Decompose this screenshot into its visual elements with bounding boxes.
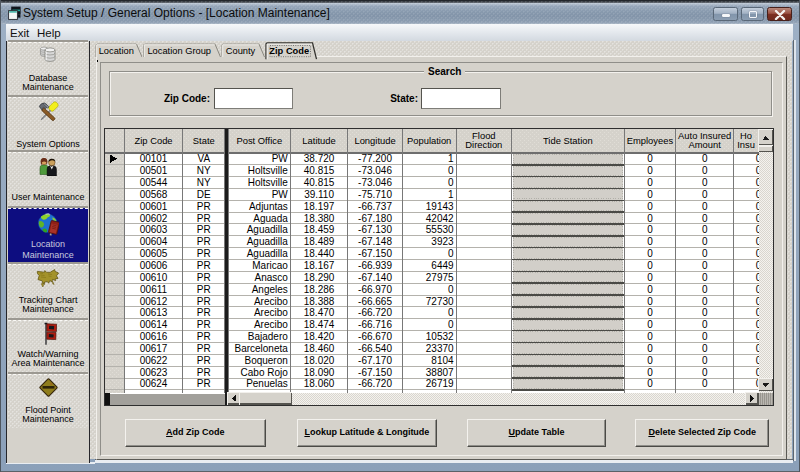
svg-text:0: 0	[702, 367, 708, 378]
svg-text:0: 0	[647, 355, 653, 366]
svg-text:-66.720: -66.720	[358, 307, 392, 318]
svg-text:0: 0	[647, 153, 653, 164]
svg-text:PR: PR	[197, 295, 211, 306]
svg-text:23370: 23370	[426, 343, 454, 354]
svg-text:00602: 00602	[139, 212, 167, 223]
svg-text:18.167: 18.167	[303, 260, 334, 271]
svg-text:0: 0	[647, 236, 653, 247]
svg-text:0: 0	[702, 355, 708, 366]
svg-text:18.290: 18.290	[303, 272, 334, 283]
svg-text:00612: 00612	[139, 295, 167, 306]
svg-text:-73.046: -73.046	[358, 165, 392, 176]
svg-text:0: 0	[647, 331, 653, 342]
svg-text:26719: 26719	[426, 378, 454, 389]
svg-text:Aguadilla: Aguadilla	[246, 248, 288, 259]
svg-text:18.020: 18.020	[303, 355, 334, 366]
svg-text:0: 0	[702, 319, 708, 330]
svg-text:Holtsville: Holtsville	[248, 165, 288, 176]
svg-text:-67.140: -67.140	[358, 272, 392, 283]
svg-text:18.388: 18.388	[303, 295, 334, 306]
svg-text:Population: Population	[407, 135, 451, 146]
svg-text:0: 0	[647, 367, 653, 378]
svg-text:PR: PR	[197, 201, 211, 212]
svg-text:00603: 00603	[139, 224, 167, 235]
svg-text:Amount: Amount	[688, 139, 721, 150]
svg-text:00601: 00601	[139, 201, 167, 212]
svg-text:PR: PR	[197, 319, 211, 330]
svg-text:0: 0	[647, 248, 653, 259]
svg-text:0: 0	[702, 165, 708, 176]
svg-text:00605: 00605	[139, 248, 167, 259]
svg-text:0: 0	[702, 378, 708, 389]
svg-text:0: 0	[647, 212, 653, 223]
svg-text:0: 0	[702, 343, 708, 354]
svg-text:6449: 6449	[431, 260, 454, 271]
svg-text:0: 0	[702, 331, 708, 342]
svg-text:-66.737: -66.737	[358, 201, 392, 212]
svg-text:PR: PR	[197, 378, 211, 389]
svg-text:Aguadilla: Aguadilla	[246, 236, 288, 247]
svg-text:-67.148: -67.148	[358, 236, 392, 247]
svg-text:PR: PR	[197, 355, 211, 366]
svg-text:00614: 00614	[139, 319, 167, 330]
svg-text:0: 0	[448, 307, 454, 318]
svg-text:-66.939: -66.939	[358, 260, 392, 271]
svg-text:-66.665: -66.665	[358, 295, 392, 306]
svg-text:0: 0	[647, 272, 653, 283]
svg-text:0: 0	[647, 284, 653, 295]
svg-text:18.474: 18.474	[303, 319, 334, 330]
svg-text:40.815: 40.815	[303, 165, 334, 176]
svg-text:-67.180: -67.180	[358, 212, 392, 223]
svg-text:Boqueron: Boqueron	[244, 355, 287, 366]
svg-text:42042: 42042	[426, 212, 454, 223]
svg-text:55530: 55530	[426, 224, 454, 235]
svg-text:Angeles: Angeles	[251, 284, 287, 295]
svg-text:Arecibo: Arecibo	[254, 295, 288, 306]
svg-text:PW: PW	[271, 189, 288, 200]
svg-text:0: 0	[702, 260, 708, 271]
svg-text:3923: 3923	[431, 236, 454, 247]
svg-text:0: 0	[702, 307, 708, 318]
svg-text:-66.670: -66.670	[358, 331, 392, 342]
svg-text:Insu: Insu	[737, 139, 755, 150]
svg-text:Arecibo: Arecibo	[254, 319, 288, 330]
svg-text:State: State	[193, 135, 215, 146]
svg-text:0: 0	[647, 343, 653, 354]
svg-text:0: 0	[647, 319, 653, 330]
svg-text:0: 0	[702, 236, 708, 247]
svg-text:18.470: 18.470	[303, 307, 334, 318]
svg-text:Bajadero: Bajadero	[248, 331, 288, 342]
svg-text:0: 0	[702, 248, 708, 259]
svg-text:18.380: 18.380	[303, 212, 334, 223]
svg-text:Zip Code: Zip Code	[269, 46, 309, 56]
svg-text:0: 0	[647, 224, 653, 235]
svg-text:0: 0	[448, 165, 454, 176]
svg-text:Latitude: Latitude	[302, 135, 335, 146]
svg-text:0: 0	[702, 177, 708, 188]
svg-text:Arecibo: Arecibo	[254, 307, 288, 318]
svg-text:-75.710: -75.710	[358, 189, 392, 200]
svg-text:18.060: 18.060	[303, 378, 334, 389]
svg-text:00611: 00611	[140, 284, 167, 295]
svg-text:0: 0	[647, 378, 653, 389]
svg-text:Employees: Employees	[626, 135, 673, 146]
svg-text:00606: 00606	[139, 260, 167, 271]
svg-text:Location: Location	[99, 45, 134, 55]
svg-text:-67.130: -67.130	[358, 224, 392, 235]
svg-text:-77.200: -77.200	[358, 153, 392, 164]
svg-text:PR: PR	[197, 272, 211, 283]
svg-text:0: 0	[647, 307, 653, 318]
svg-text:38.720: 38.720	[303, 153, 334, 164]
svg-text:00501: 00501	[139, 165, 167, 176]
svg-text:PR: PR	[197, 212, 211, 223]
svg-text:18.440: 18.440	[303, 248, 334, 259]
svg-text:40.815: 40.815	[303, 177, 334, 188]
svg-text:-66.720: -66.720	[358, 378, 392, 389]
svg-text:00604: 00604	[139, 236, 167, 247]
svg-text:0: 0	[448, 319, 454, 330]
svg-text:0: 0	[702, 153, 708, 164]
svg-text:Tide Station: Tide Station	[543, 135, 593, 146]
svg-text:PR: PR	[197, 248, 211, 259]
svg-text:Holtsville: Holtsville	[248, 177, 288, 188]
svg-text:-67.170: -67.170	[358, 355, 392, 366]
